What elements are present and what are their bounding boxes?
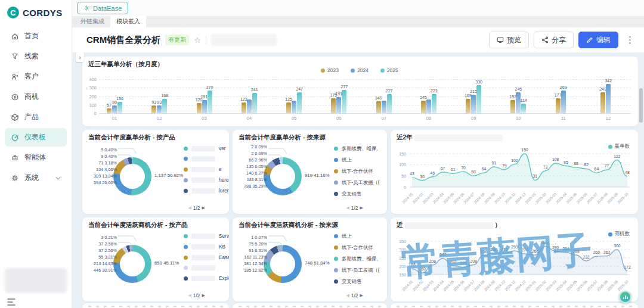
- pagination-next-icon[interactable]: ▶: [360, 293, 363, 298]
- svg-text:48: 48: [625, 170, 630, 175]
- sidebar-item-products[interactable]: 产品: [5, 108, 67, 126]
- brand-logo: C CORDYS: [0, 0, 72, 21]
- legend-item-2[interactable]: Ease: [184, 254, 229, 260]
- label-connector-lines: [118, 146, 142, 164]
- svg-text:31: 31: [533, 174, 538, 178]
- legend-item-0[interactable]: 多期续费、维保、: [334, 145, 381, 152]
- legend-item-3[interactable]: 线下-员工发掘（(: [334, 267, 381, 273]
- legend-item-2023[interactable]: 2023: [321, 67, 339, 73]
- preview-button-label: 预览: [507, 35, 521, 45]
- svg-text:50: 50: [471, 170, 476, 174]
- svg-text:200: 200: [399, 265, 406, 269]
- legend-item-3[interactable]: here: [184, 177, 229, 183]
- svg-text:73: 73: [543, 165, 548, 169]
- legend-item-2025[interactable]: 2025: [380, 67, 398, 73]
- pagination-next-icon[interactable]: ▶: [202, 206, 205, 210]
- legend-item-2[interactable]: 线下-合作伙伴: [334, 168, 381, 175]
- assistant-chart-button[interactable]: [619, 291, 631, 303]
- legend-item-1[interactable]: KB: [184, 244, 229, 250]
- slice-label: 135 6.05%: [234, 164, 267, 169]
- y-tick-label: 0: [82, 111, 97, 116]
- pagination-label: 1/2: [193, 293, 200, 298]
- preview-button[interactable]: 预览: [489, 32, 529, 48]
- bar-value-label: 241: [247, 88, 262, 92]
- bar-2024-04: [247, 99, 252, 113]
- svg-text:150: 150: [399, 152, 406, 156]
- sidebar-item-dashboards[interactable]: 仪表板: [5, 128, 67, 147]
- legend-item-1[interactable]: 线上: [334, 157, 381, 163]
- slice-label: 37 2.56%: [83, 248, 117, 253]
- bar-value-label: 269: [556, 85, 571, 89]
- legend-item-4[interactable]: 交叉销售: [334, 191, 381, 197]
- expand-panel-handle[interactable]: ›: [76, 52, 84, 62]
- bar-value-label: 227: [382, 89, 397, 93]
- legend-item-4[interactable]: lorer: [184, 188, 229, 194]
- sidebar-item-home[interactable]: 首页: [5, 27, 67, 45]
- legend-item-0[interactable]: ver: [184, 145, 229, 151]
- tab-module-embed[interactable]: 模块嵌入: [110, 15, 146, 27]
- svg-text:2025-10: 2025-10: [617, 191, 629, 204]
- bar-value-label: 245: [511, 87, 525, 91]
- pagination-next-icon[interactable]: ▶: [360, 206, 363, 210]
- label-connector-lines: [118, 234, 142, 251]
- sidebar-item-customers[interactable]: 客户: [5, 67, 67, 86]
- pagination-prev-icon[interactable]: ◀: [188, 206, 191, 210]
- pagination-prev-icon[interactable]: ◀: [346, 206, 349, 210]
- legend-label: 2024: [357, 67, 369, 73]
- svg-text:320: 320: [542, 240, 549, 244]
- svg-text:268: 268: [532, 249, 539, 253]
- legend-label-fragment: lorer: [219, 188, 229, 194]
- pencil-icon: [586, 36, 593, 43]
- legend-item-2[interactable]: 多期续费、维保、: [334, 256, 381, 262]
- legend-item-0[interactable]: 线上: [334, 233, 381, 239]
- pagination-prev-icon[interactable]: ◀: [346, 293, 349, 298]
- legend-item-3[interactable]: [184, 265, 229, 270]
- x-tick-label: 10: [509, 116, 527, 121]
- sidebar-item-agents[interactable]: 智能体: [5, 148, 67, 167]
- pagination-prev-icon[interactable]: ◀: [188, 293, 191, 298]
- legend-item-3[interactable]: 线下-员工发掘（(: [334, 179, 381, 186]
- more-actions-icon[interactable]: ⋮: [623, 35, 637, 45]
- svg-text:108: 108: [552, 157, 559, 161]
- opportunities-icon: [11, 93, 19, 101]
- x-tick-label: 12: [599, 116, 617, 121]
- legend-item-2[interactable]: e: [184, 166, 229, 172]
- tab-external-link[interactable]: 外链集成: [75, 15, 110, 27]
- svg-text:95: 95: [564, 160, 568, 164]
- sidebar-collapse-icon[interactable]: [7, 297, 16, 304]
- sidebar-item-system[interactable]: 系统: [5, 169, 67, 187]
- svg-text:280: 280: [491, 247, 498, 251]
- legend-item-4[interactable]: Explorer: [184, 275, 229, 281]
- svg-text:79: 79: [502, 164, 507, 168]
- legend-redacted-block: [191, 276, 215, 281]
- svg-text:43: 43: [410, 172, 414, 176]
- sidebar-item-opportunities[interactable]: 商机: [5, 88, 67, 106]
- dataease-button[interactable]: DataEase: [77, 2, 128, 14]
- pagination: ◀1/2▶: [188, 293, 205, 298]
- chart-legend: vereherelorer: [184, 145, 229, 194]
- slice-label: 37 2.56%: [83, 241, 117, 247]
- legend-dot: [184, 245, 188, 249]
- slice-label-main: 1,137 50.92%: [154, 173, 183, 178]
- slice-label: 1 0.07%: [234, 235, 267, 240]
- pagination-next-icon[interactable]: ▶: [202, 293, 205, 298]
- legend-item-0[interactable]: Server: [184, 233, 229, 239]
- svg-text:195: 195: [460, 261, 467, 265]
- share-button[interactable]: 分享: [534, 32, 574, 48]
- chart-title: 当前会计年度活跃商机分析 - 按产品: [88, 221, 188, 229]
- line-card-win-trend: 近2年赢单数150100500432024-01302024-02462024-…: [391, 130, 638, 214]
- legend-item-2024[interactable]: 2024: [351, 67, 369, 73]
- legend-item-1[interactable]: 线下-合作伙伴: [334, 244, 381, 251]
- edit-button[interactable]: 编辑: [578, 32, 618, 48]
- legend-item-4[interactable]: 交叉销售: [334, 278, 381, 285]
- bar-2023-10: [510, 100, 515, 113]
- bar-2024-09: [471, 95, 476, 113]
- legend-dot: [184, 157, 188, 161]
- favorite-star-icon[interactable]: ☆: [194, 36, 201, 45]
- legend-item-1[interactable]: [184, 156, 229, 161]
- svg-text:274: 274: [521, 248, 528, 252]
- sidebar-item-leads[interactable]: 线索: [5, 47, 67, 66]
- x-tick-label: 06: [330, 116, 348, 121]
- vertical-scrollbar-thumb[interactable]: [639, 88, 643, 123]
- svg-text:91: 91: [492, 161, 497, 165]
